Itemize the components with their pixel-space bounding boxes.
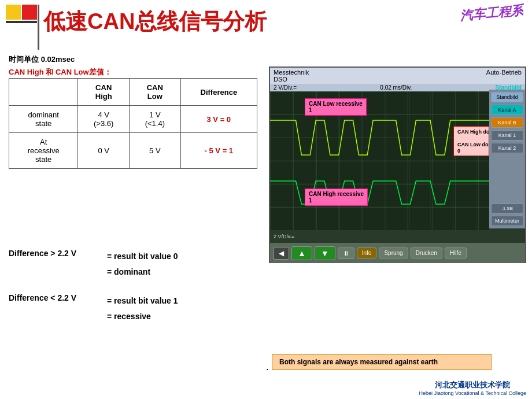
diff-values-1: = result bit value 0= dominant [107, 249, 178, 279]
callout-can-low-recessive: CAN Low recessive1 [305, 98, 367, 116]
header: 低速CAN总线信号分析 汽车工程系 [0, 0, 532, 46]
osc-btn-down[interactable]: ▼ [315, 246, 335, 260]
osc-btn-info[interactable]: Info [357, 247, 377, 258]
diff-label-1: Difference > 2.2 V [9, 249, 107, 258]
sidebar-btn-kanal-a[interactable]: Kanal A [491, 105, 523, 115]
osc-sidebar: Standbild Kanal A Kanal B Kanal 1 Kanal … [489, 90, 525, 228]
osc-btn-up[interactable]: ▲ [291, 246, 312, 260]
table-row: dominantstate 4 V(>3.6) 1 V(<1.4) 3 V = … [9, 106, 257, 133]
row-recessive-diff: - 5 V = 1 [180, 133, 257, 169]
waveform [270, 91, 489, 230]
sidebar-btn-multimeter[interactable]: Multimeter [491, 216, 523, 226]
info-line2: CAN High 和 CAN Low差值： [9, 66, 112, 79]
osc-vlabel: 2 V/Div.= [274, 234, 294, 239]
row-recessive-low: 5 V [130, 133, 181, 169]
sidebar-btn-kanal-2[interactable]: Kanal 2 [491, 143, 523, 153]
diff-section: Difference > 2.2 V = result bit value 0=… [9, 249, 178, 327]
sidebar-btn-kanal-b[interactable]: Kanal B [491, 117, 523, 128]
osc-screen: CAN Low recessive1 CAN High recessive1 C… [270, 91, 489, 230]
bottom-right-logo: 河北交通职业技术学院 Hebei Jiaotong Vocational & T… [419, 380, 526, 396]
osc-btn-back[interactable]: ◀ [274, 247, 289, 260]
row-recessive-label: Atrecessivestate [9, 133, 78, 169]
diff-line-2: Difference < 2.2 V = result bit value 1=… [9, 293, 178, 324]
info-text: 时间单位 0.02msec CAN High 和 CAN Low差值： [9, 53, 112, 79]
logo-block [6, 5, 40, 36]
bottom-logo-en: Hebei Jiaotong Vocational & Technical Co… [419, 390, 526, 396]
osc-vlabel-row: 2 V/Div.= [270, 230, 525, 243]
bottom-logo-cn: 河北交通职业技术学院 [419, 380, 526, 390]
table-row: Atrecessivestate 0 V 5 V - 5 V = 1 [9, 133, 257, 169]
callout-dominant: CAN High dominant 0CAN Low dominant0 [453, 126, 489, 156]
info-line1: 时间单位 0.02msec [9, 53, 112, 66]
table-header-can-low: CANLow [130, 79, 181, 106]
logo-line-vertical [38, 5, 39, 50]
sidebar-btn-standbild[interactable]: Standbild [491, 92, 523, 102]
osc-btn-sprung[interactable]: Sprung [379, 247, 408, 258]
sidebar-btn-kanal-1[interactable]: Kanal 1 [491, 130, 523, 141]
row-dominant-low: 1 V(<1.4) [130, 106, 181, 133]
sidebar-btn-extra[interactable]: -1 SE [491, 204, 523, 213]
diff-values-2: = result bit value 1= recessive [107, 293, 178, 324]
osc-second-bar: 2 V/Div.= 0.02 ms/Div. Standbild [270, 84, 525, 91]
osc-btn-pause[interactable]: ⏸ [338, 247, 354, 259]
dot: . [266, 361, 269, 373]
diff-label-2: Difference < 2.2 V [9, 293, 107, 302]
row-dominant-diff: 3 V = 0 [180, 106, 257, 133]
top-right-logo: 汽车工程系 [459, 2, 524, 24]
diff-line-1: Difference > 2.2 V = result bit value 0=… [9, 249, 178, 279]
oscilloscope: MesstechnikDSO Auto-Betrieb 2 V/Div.= 0.… [269, 66, 526, 263]
callout-can-high-recessive: CAN High recessive1 [305, 189, 368, 206]
table-header-diff: Difference [180, 79, 257, 106]
row-dominant-high: 4 V(>3.6) [78, 106, 130, 133]
page-title: 低速CAN总线信号分析 [43, 7, 267, 36]
osc-top-bar: MesstechnikDSO Auto-Betrieb [270, 68, 525, 84]
osc-second-center: 0.02 ms/Div. [380, 84, 412, 91]
osc-btn-drucken[interactable]: Drucken [411, 247, 442, 258]
row-dominant-label: dominantstate [9, 106, 78, 133]
osc-top-right: Auto-Betrieb [486, 69, 522, 83]
logo-yellow [6, 5, 21, 20]
logo-red [22, 5, 37, 20]
osc-top-left: MesstechnikDSO [274, 69, 309, 83]
osc-bottom-bar: ◀ ▲ ▼ ⏸ Info Sprung Drucken Hilfe [270, 243, 525, 263]
table-header-0 [9, 79, 78, 106]
osc-second-left: 2 V/Div.= [274, 84, 297, 91]
row-recessive-high: 0 V [78, 133, 130, 169]
bottom-note: Both signals are always measured against… [272, 354, 492, 370]
osc-btn-hilfe[interactable]: Hilfe [445, 247, 467, 258]
signal-table: CANHigh CANLow Difference dominantstate … [9, 78, 257, 169]
logo-line-bottom [6, 21, 37, 23]
table-header-can-high: CANHigh [78, 79, 130, 106]
